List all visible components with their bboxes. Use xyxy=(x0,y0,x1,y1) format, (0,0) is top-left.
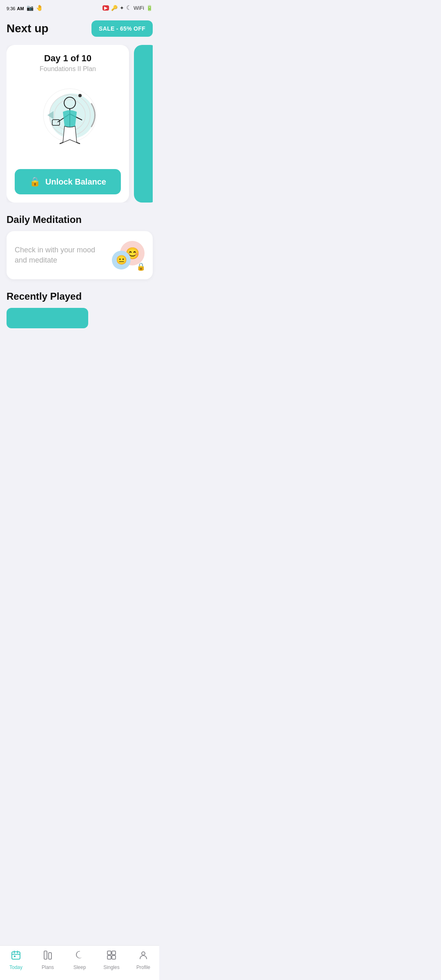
video-camera-icon: 📷 xyxy=(27,4,33,11)
meditation-description: Check in with your mood and meditate xyxy=(15,245,96,265)
svg-line-13 xyxy=(60,143,63,144)
daily-meditation-title: Daily Meditation xyxy=(7,214,153,225)
recently-played-section: Recently Played xyxy=(7,291,153,328)
page-header: Next up SALE - 65% OFF xyxy=(7,20,153,37)
moon-icon: ☾ xyxy=(126,4,131,11)
key-icon: 🔑 xyxy=(111,5,118,11)
daily-meditation-card[interactable]: Check in with your mood and meditate 😊 😐… xyxy=(7,231,153,279)
card-day-label: Day 1 of 10 xyxy=(44,53,91,64)
card-illustration xyxy=(27,79,109,161)
battery-icon: 🔋 xyxy=(146,5,153,11)
status-bar: 9:36 AM 📷 🤚 ▶ 🔑 ✦ ☾ WiFi 🔋 xyxy=(0,0,159,14)
recently-played-item-preview[interactable] xyxy=(7,308,88,328)
unlock-balance-button[interactable]: 🔒 Unlock Balance xyxy=(15,169,121,194)
meditation-emoji-container: 😊 😐 🔒 xyxy=(112,241,145,270)
svg-point-4 xyxy=(78,94,82,97)
svg-line-14 xyxy=(77,143,80,144)
card-plan-label: Foundations II Plan xyxy=(40,65,96,73)
recently-played-title: Recently Played xyxy=(7,291,153,302)
record-icon: ▶ xyxy=(102,5,109,11)
cards-row: Day 1 of 10 Foundations II Plan xyxy=(7,45,153,203)
wifi-icon: WiFi xyxy=(134,5,144,11)
page-title: Next up xyxy=(7,22,49,35)
bluetooth-icon: ✦ xyxy=(120,5,124,11)
lock-icon: 🔒 xyxy=(29,176,40,187)
status-time: 9:36 AM xyxy=(7,4,24,11)
lock-small-icon: 🔒 xyxy=(136,262,145,271)
sale-button[interactable]: SALE - 65% OFF xyxy=(91,20,153,37)
main-program-card[interactable]: Day 1 of 10 Foundations II Plan xyxy=(7,45,129,203)
hand-gesture-icon: 🤚 xyxy=(36,4,43,11)
second-card-peek[interactable] xyxy=(134,45,153,203)
main-content: Next up SALE - 65% OFF Day 1 of 10 Found… xyxy=(0,14,159,328)
neutral-emoji: 😐 xyxy=(112,251,131,270)
